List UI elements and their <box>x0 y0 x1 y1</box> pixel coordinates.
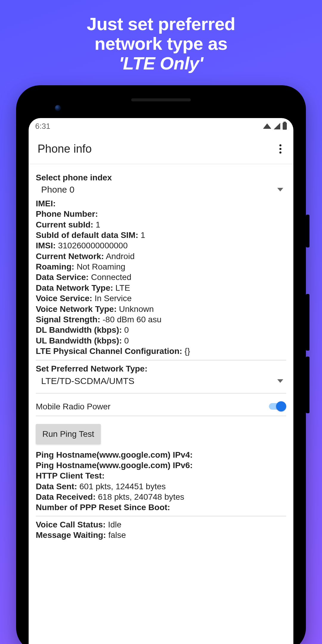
select-phone-index-label: Select phone index <box>36 173 286 182</box>
chevron-down-icon <box>277 379 283 383</box>
promo-heading: Just set preferred network type as 'LTE … <box>0 0 322 73</box>
battery-icon <box>283 123 287 130</box>
http-client-test-row: HTTP Client Test: <box>36 471 286 480</box>
dl-bandwidth-row: DL Bandwidth (kbps): 0 <box>36 325 286 335</box>
ping-info-block: Ping Hostname(www.google.com) IPv4: Ping… <box>36 450 286 516</box>
voice-service-row: Voice Service: In Service <box>36 294 286 303</box>
data-sent-row: Data Sent: 601 pkts, 124451 bytes <box>36 482 286 491</box>
promo-line-2: network type as <box>0 34 322 54</box>
phone-index-dropdown[interactable]: Phone 0 <box>36 182 286 198</box>
phone-number-row: Phone Number: <box>36 209 286 219</box>
voice-network-type-row: Voice Network Type: Unknown <box>36 304 286 314</box>
cellular-icon <box>274 123 280 129</box>
phone-frame: 6:31 Phone info Select phone index Phone… <box>16 85 306 644</box>
content-area[interactable]: Select phone index Phone 0 IMEI: Phone N… <box>29 164 293 540</box>
mobile-radio-power-row: Mobile Radio Power <box>36 394 286 416</box>
phone-side-button <box>306 215 309 247</box>
divider <box>36 360 286 360</box>
current-network-row: Current Network: Android <box>36 252 286 261</box>
phone-index-selected: Phone 0 <box>41 185 75 195</box>
roaming-row: Roaming: Not Roaming <box>36 262 286 271</box>
wifi-icon <box>263 123 271 129</box>
mobile-radio-power-label: Mobile Radio Power <box>36 402 111 411</box>
run-ping-test-button[interactable]: Run Ping Test <box>36 424 101 444</box>
status-bar: 6:31 <box>29 118 293 134</box>
page-title: Phone info <box>38 143 92 155</box>
status-icons <box>263 123 287 130</box>
ul-bandwidth-row: UL Bandwidth (kbps): 0 <box>36 336 286 345</box>
voice-call-status-row: Voice Call Status: Idle <box>36 520 286 529</box>
phone-volume-down-button <box>306 357 309 413</box>
ping-host-v4-row: Ping Hostname(www.google.com) IPv4: <box>36 450 286 459</box>
signal-strength-row: Signal Strength: -80 dBm 60 asu <box>36 315 286 324</box>
imei-row: IMEI: <box>36 199 286 208</box>
message-waiting-row: Message Waiting: false <box>36 530 286 540</box>
ping-host-v6-row: Ping Hostname(www.google.com) IPv6: <box>36 461 286 470</box>
pref-network-dropdown[interactable]: LTE/TD-SCDMA/UMTS <box>36 374 286 389</box>
phone-screen: 6:31 Phone info Select phone index Phone… <box>29 118 293 644</box>
pref-network-label: Set Preferred Network Type: <box>36 364 286 373</box>
imsi-row: IMSI: 310260000000000 <box>36 241 286 250</box>
promo-line-1: Just set preferred <box>0 14 322 34</box>
current-subid-row: Current subId: 1 <box>36 220 286 229</box>
status-time: 6:31 <box>35 122 50 131</box>
app-bar: Phone info <box>29 134 293 164</box>
subid-default-row: SubId of default data SIM: 1 <box>36 230 286 240</box>
phone-front-camera <box>55 105 61 111</box>
pref-network-selected: LTE/TD-SCDMA/UMTS <box>41 376 134 386</box>
phone-volume-up-button <box>306 294 309 351</box>
data-network-type-row: Data Network Type: LTE <box>36 283 286 292</box>
data-received-row: Data Received: 618 pkts, 240748 bytes <box>36 492 286 501</box>
mobile-radio-power-toggle[interactable] <box>269 401 286 411</box>
promo-line-3: 'LTE Only' <box>0 54 322 73</box>
chevron-down-icon <box>277 188 283 191</box>
more-options-icon[interactable] <box>276 141 284 157</box>
data-service-row: Data Service: Connected <box>36 273 286 282</box>
ppp-reset-row: Number of PPP Reset Since Boot: <box>36 503 286 512</box>
phone-speaker <box>131 98 191 101</box>
run-ping-test-label: Run Ping Test <box>42 429 94 439</box>
lte-pcc-row: LTE Physical Channel Configuration: {} <box>36 346 286 356</box>
